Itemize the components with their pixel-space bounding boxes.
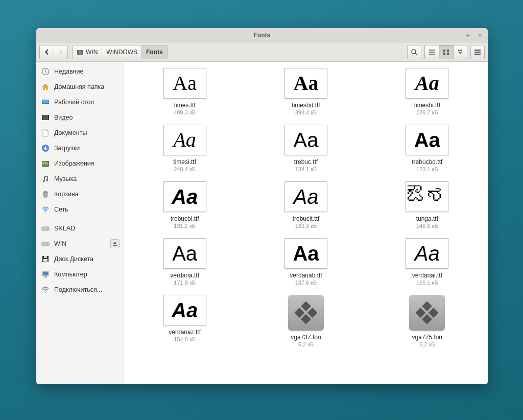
sidebar-item-label: Музыка [54, 175, 77, 182]
file-item[interactable]: Aatimesbd.ttf398,4 кБ [273, 68, 339, 115]
file-name: trebuc.ttf [294, 158, 318, 166]
file-item[interactable]: Aaverdanab.ttf137,6 кБ [273, 238, 339, 286]
file-item[interactable]: Aaverdanai.ttf155,1 кБ [394, 238, 460, 286]
sidebar-item[interactable]: Изображения [36, 156, 124, 171]
sidebar-item[interactable]: Домашняя папка [36, 79, 124, 95]
file-grid: Aatimes.ttf409,3 кБAatimesbd.ttf398,4 кБ… [139, 68, 472, 347]
file-thumbnail: Aa [163, 125, 206, 155]
sidebar-item-label: Изображения [54, 160, 94, 167]
file-manager-window: Fonts – + × WINWINDOWSFonts [36, 28, 488, 384]
sidebar-item-label: SKLAD [54, 225, 75, 232]
file-item[interactable]: ಔಶtunga.ttf148,6 кБ [394, 181, 460, 229]
sidebar-item[interactable]: Музыка [36, 171, 124, 186]
sidebar-item[interactable]: Загрузки [36, 141, 124, 156]
sidebar-item[interactable]: Видео [36, 110, 124, 125]
maximize-button[interactable]: + [464, 32, 471, 39]
breadcrumb-item[interactable]: WINDOWS [102, 45, 142, 59]
file-thumbnail: Aa [284, 125, 327, 155]
clock-icon [41, 67, 50, 76]
svg-rect-42 [301, 301, 311, 311]
close-button[interactable]: × [477, 32, 484, 39]
search-icon [411, 49, 418, 56]
file-item[interactable]: Aatimesi.ttf248,4 кБ [152, 125, 218, 172]
breadcrumb: WINWINDOWSFonts [72, 45, 168, 59]
grid-view-button[interactable] [439, 45, 453, 59]
sidebar-item-label: Домашняя папка [54, 83, 104, 90]
svg-line-4 [415, 53, 417, 55]
file-size: 5,2 кБ [419, 341, 435, 347]
file-item[interactable]: vga737.fon5,2 кБ [273, 295, 339, 347]
sidebar-item-label: Загрузки [54, 145, 80, 152]
sidebar-item[interactable]: Недавние [36, 64, 124, 79]
sidebar-item[interactable]: Сеть [36, 202, 124, 217]
file-thumbnail: Aa [284, 68, 327, 99]
trash-icon [41, 190, 50, 198]
svg-point-23 [42, 119, 42, 119]
file-item[interactable]: Aatrebuc.ttf134,1 кБ [273, 125, 339, 172]
breadcrumb-item[interactable]: Fonts [142, 45, 168, 59]
sidebar-item[interactable]: WIN [36, 236, 124, 251]
file-thumbnail: Aa [163, 68, 206, 99]
search-button[interactable] [407, 45, 421, 59]
toolbar: WINWINDOWSFonts [36, 42, 488, 62]
list-view-button[interactable] [424, 45, 439, 59]
forward-button[interactable] [54, 45, 68, 59]
sidebar-item[interactable]: Компьютер [36, 267, 124, 282]
file-item[interactable]: Aatrebucbi.ttf131,2 кБ [152, 181, 218, 229]
svg-point-3 [412, 50, 416, 54]
file-item[interactable]: Aaverdanaz.ttf154,8 кБ [152, 295, 218, 347]
titlebar[interactable]: Fonts – + × [36, 28, 488, 42]
file-item[interactable]: Aatrebucbd.ttf123,1 кБ [394, 125, 460, 172]
file-size: 137,6 кБ [295, 279, 317, 286]
drive-icon [41, 224, 50, 232]
nav-buttons [39, 45, 68, 59]
window-title: Fonts [254, 32, 271, 39]
file-name: timesbi.ttf [414, 102, 440, 109]
file-name: tunga.ttf [416, 215, 438, 222]
svg-point-22 [42, 117, 42, 118]
file-item[interactable]: Aatimes.ttf409,3 кБ [152, 68, 218, 115]
file-item[interactable]: vga775.fon5,2 кБ [394, 295, 460, 347]
svg-rect-36 [44, 256, 47, 258]
file-name: verdanai.ttf [412, 272, 442, 279]
svg-rect-10 [443, 53, 445, 55]
sidebar-item-label: Диск Дискета [54, 255, 93, 263]
back-button[interactable] [39, 45, 54, 59]
file-size: 148,6 кБ [416, 223, 438, 229]
file-name: verdanab.ttf [290, 272, 322, 279]
menu-button[interactable] [470, 45, 485, 59]
file-size: 5,2 кБ [298, 341, 314, 347]
sidebar-item[interactable]: Подключиться... [36, 282, 124, 297]
sidebar-item-label: Подключиться... [54, 286, 102, 293]
download-icon [41, 144, 50, 152]
arrow-left-icon [44, 49, 50, 55]
desktop-icon [41, 98, 50, 106]
svg-rect-40 [44, 276, 47, 277]
eject-icon [112, 241, 117, 246]
file-item[interactable]: Aatrebucit.ttf139,3 кБ [273, 181, 339, 229]
file-size: 171,8 кБ [174, 279, 196, 286]
file-thumbnail: Aa [163, 295, 206, 325]
sidebar-item[interactable]: Корзина [36, 186, 124, 202]
sidebar-item[interactable]: SKLAD [36, 221, 124, 236]
file-thumbnail: ಔಶ [406, 181, 448, 212]
sidebar-item[interactable]: Документы [36, 125, 124, 141]
computer-icon [41, 270, 50, 278]
file-grid-area[interactable]: Aatimes.ttf409,3 кБAatimesbd.ttf398,4 кБ… [124, 62, 488, 384]
file-size: 154,8 кБ [174, 336, 196, 342]
sidebar-item[interactable]: Рабочий стол [36, 95, 124, 110]
view-options-button[interactable] [453, 45, 467, 59]
minimize-button[interactable]: – [452, 32, 459, 39]
breadcrumb-item[interactable]: WIN [72, 45, 102, 59]
file-item[interactable]: Aatimesbi.ttf239,7 кБ [394, 68, 460, 115]
sidebar-item[interactable]: Диск Дискета [36, 251, 124, 267]
eject-button[interactable] [110, 239, 120, 248]
svg-rect-8 [443, 50, 445, 52]
svg-rect-47 [429, 308, 438, 318]
svg-rect-49 [422, 314, 432, 324]
file-item[interactable]: Aaverdana.ttf171,8 кБ [152, 238, 218, 286]
floppy-icon [41, 255, 50, 263]
svg-point-34 [47, 244, 48, 245]
file-size: 239,7 кБ [416, 109, 438, 115]
document-icon [41, 129, 50, 137]
